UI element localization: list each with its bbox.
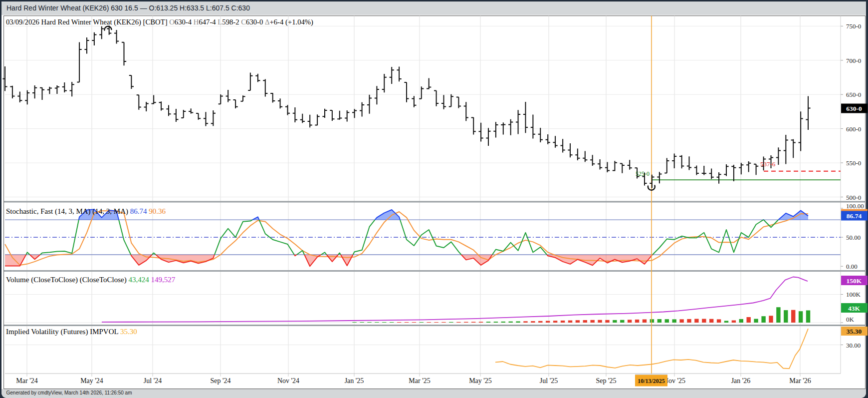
svg-text:Sep '24: Sep '24 — [210, 377, 230, 385]
svg-text:Volume (CloseToClose) (CloseT: Volume (CloseToClose) (CloseToClose) 43,… — [6, 276, 176, 284]
svg-text:630-0: 630-0 — [846, 105, 862, 112]
svg-text:Mar '26: Mar '26 — [789, 377, 811, 385]
svg-text:Nov '24: Nov '24 — [277, 377, 299, 385]
svg-text:600-0: 600-0 — [846, 125, 861, 133]
svg-text:Stochastic, Fast (14, 3, MA): Stochastic, Fast (14, 3, MA) (14, 3, MA)… — [6, 207, 166, 216]
svg-text:Generated by cmdtyView, March: Generated by cmdtyView, March 14th 2026,… — [6, 390, 132, 396]
svg-text:May '25: May '25 — [469, 377, 492, 385]
svg-text:Mar '25: Mar '25 — [409, 377, 430, 385]
svg-text:30.00: 30.00 — [846, 342, 861, 349]
svg-text:650-0: 650-0 — [846, 91, 861, 98]
svg-text:150K: 150K — [847, 277, 862, 285]
svg-text:03/09/2026 Hard Red Winter Whe: 03/09/2026 Hard Red Winter Wheat (KEK26)… — [6, 18, 313, 26]
svg-text:750-0: 750-0 — [846, 22, 861, 30]
svg-text:700-0: 700-0 — [846, 57, 861, 64]
svg-text:0.00: 0.00 — [846, 263, 858, 270]
svg-text:500-0: 500-0 — [846, 194, 861, 201]
svg-text:10/13/2025: 10/13/2025 — [638, 378, 665, 385]
svg-text:525-0: 525-0 — [636, 170, 650, 177]
svg-text:Jul '25: Jul '25 — [540, 377, 558, 385]
svg-text:Jul '24: Jul '24 — [144, 377, 162, 385]
svg-text:35.30: 35.30 — [847, 328, 862, 335]
svg-text:May '24: May '24 — [80, 377, 103, 385]
svg-text:43K: 43K — [848, 305, 861, 312]
svg-text:100K: 100K — [846, 291, 861, 298]
svg-text:86.74: 86.74 — [847, 212, 862, 220]
svg-text:550-0: 550-0 — [846, 159, 861, 167]
svg-text:Hard Red Winter Wheat (KEK26): Hard Red Winter Wheat (KEK26) 630 16.5 —… — [6, 4, 250, 12]
svg-text:50.00: 50.00 — [846, 234, 861, 241]
svg-text:0K: 0K — [846, 316, 855, 323]
svg-text:Mar '24: Mar '24 — [16, 377, 37, 385]
svg-text:537-6: 537-6 — [760, 160, 776, 168]
svg-text:Jan '25: Jan '25 — [345, 377, 364, 385]
svg-text:Sep '25: Sep '25 — [596, 377, 616, 385]
svg-text:100.00: 100.00 — [846, 202, 864, 210]
svg-text:Implied Volatility (Futures): Implied Volatility (Futures) IMPVOL 35.3… — [6, 328, 137, 336]
svg-text:Jan '26: Jan '26 — [731, 377, 751, 385]
